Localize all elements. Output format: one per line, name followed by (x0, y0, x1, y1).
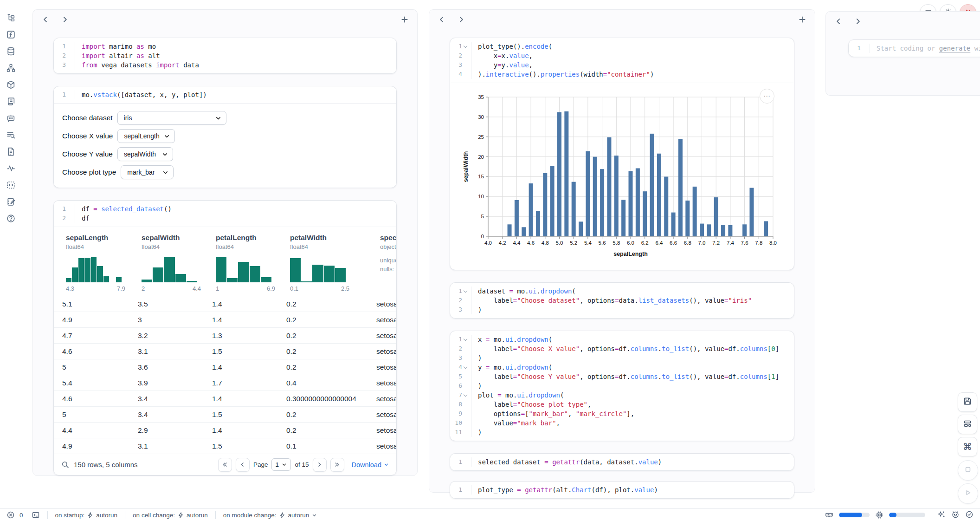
database-icon[interactable] (6, 46, 16, 56)
fold-chevron-icon[interactable] (464, 44, 467, 47)
code-editor[interactable]: 1x = mo.ui.dropdown(2 label="Choose X va… (450, 331, 794, 441)
code-line[interactable]: 3from vega_datasets import data (54, 60, 396, 70)
on-cell-change-toggle[interactable]: on cell change: autorun (133, 512, 208, 519)
last-page-button[interactable] (330, 458, 344, 472)
column-header-sepalWidth[interactable]: sepalWidthfloat6424.4 (129, 234, 204, 292)
help-icon[interactable] (6, 213, 16, 223)
run-button[interactable] (958, 483, 978, 504)
keyboard-shortcuts-button[interactable]: ⌘ (958, 437, 977, 456)
code-line[interactable]: 2 label="Choose X value", options=df.col… (450, 344, 794, 353)
functions-icon[interactable] (6, 29, 16, 39)
code-line[interactable]: 1selected_dataset = getattr(data, datase… (450, 457, 794, 467)
scratchpad-icon[interactable] (6, 196, 16, 207)
connection-status-button[interactable] (965, 511, 974, 519)
fold-chevron-icon[interactable] (464, 365, 467, 368)
fold-chevron-icon[interactable] (464, 288, 467, 292)
on-module-change-toggle[interactable]: on module change: autorun (223, 512, 317, 519)
page-select[interactable]: 1 (271, 458, 291, 471)
column-header-petalWidth[interactable]: petalWidthfloat640.12.5 (278, 234, 368, 292)
column-prev-icon[interactable] (834, 17, 843, 26)
chart-menu-button[interactable]: ⋯ (760, 89, 774, 104)
column-next-icon[interactable] (61, 15, 69, 24)
code-line[interactable]: 1plot_type = getattr(alt.Chart(df), plot… (450, 485, 794, 495)
chat-bot-icon[interactable] (6, 113, 16, 123)
fold-chevron-icon[interactable] (464, 337, 467, 340)
cell-vstack[interactable]: 1mo.vstack([dataset, x, y, plot]) Choose… (53, 86, 397, 188)
code-line[interactable]: 2import altair as alt (54, 51, 396, 60)
search-icon[interactable] (61, 461, 69, 469)
code-line[interactable]: 5 label="Choose Y value", options=df.col… (450, 372, 794, 381)
layout-button[interactable] (958, 415, 977, 434)
column-prev-icon[interactable] (41, 15, 50, 24)
column-prev-icon[interactable] (438, 15, 446, 24)
code-line[interactable]: 11) (450, 428, 794, 437)
cell-dataset-dropdown[interactable]: 1dataset = mo.ui.dropdown(2 label="Choos… (450, 282, 794, 319)
code-editor[interactable]: 1mo.vstack([dataset, x, y, plot]) (54, 86, 396, 103)
code-line[interactable]: 1plot_type().encode( (450, 42, 794, 51)
code-editor[interactable]: 1dataset = mo.ui.dropdown(2 label="Choos… (450, 283, 794, 318)
code-editor[interactable]: 1plot_type = getattr(alt.Chart(df), plot… (450, 482, 794, 498)
code-line[interactable]: 4).interactive().properties(width="conta… (450, 70, 794, 79)
code-line[interactable]: 3) (450, 305, 794, 314)
code-line[interactable]: 3) (450, 353, 794, 363)
code-line[interactable]: 10 value="mark_bar", (450, 418, 794, 428)
code-line[interactable]: 1dataset = mo.ui.dropdown( (450, 287, 794, 296)
cell-imports[interactable]: 1import marimo as mo2import altair as al… (53, 38, 397, 74)
cell-dataframe[interactable]: 1df = selected_dataset()2df sepalLengthf… (53, 200, 397, 475)
cell-chart[interactable]: 1plot_type().encode(2 x=x.value,3 y=y.va… (450, 38, 794, 270)
code-editor[interactable]: 1Start coding or generate with (849, 40, 980, 57)
terminal-button[interactable] (32, 511, 40, 519)
code-snippet-icon[interactable] (6, 180, 16, 190)
ai-assist-button[interactable] (937, 511, 946, 519)
code-line[interactable]: 1import marimo as mo (54, 42, 396, 51)
code-line[interactable]: 3 y=y.value, (450, 60, 794, 70)
errors-button[interactable] (6, 511, 15, 519)
document-icon[interactable] (6, 146, 16, 156)
log-search-icon[interactable] (6, 130, 16, 140)
code-line[interactable]: 6) (450, 381, 794, 391)
column-header-sepalLength[interactable]: sepalLengthfloat644.37.9 (54, 234, 129, 292)
code-line[interactable]: 1df = selected_dataset() (54, 204, 396, 214)
code-line[interactable]: 9 options=["mark_bar", "mark_circle"], (450, 409, 794, 418)
code-line[interactable]: 4y = mo.ui.dropdown( (450, 363, 794, 372)
code-line[interactable]: 1x = mo.ui.dropdown( (450, 335, 794, 344)
code-editor[interactable]: 1import marimo as mo2import altair as al… (54, 38, 396, 73)
cell-plot-type[interactable]: 1plot_type = getattr(alt.Chart(df), plot… (450, 481, 794, 499)
script-log-icon[interactable] (6, 96, 16, 106)
code-line[interactable]: 2 label="Choose dataset", options=data.l… (450, 296, 794, 305)
code-editor[interactable]: 1selected_dataset = getattr(data, datase… (450, 454, 794, 470)
download-button[interactable]: Download (352, 461, 389, 469)
dropdown-select-3[interactable]: sepalWidth (117, 147, 173, 161)
cell-selected-dataset[interactable]: 1selected_dataset = getattr(data, datase… (450, 453, 794, 471)
code-line[interactable]: 7plot = mo.ui.dropdown( (450, 391, 794, 400)
code-editor[interactable]: 1df = selected_dataset()2df (54, 201, 396, 227)
dropdown-select-1[interactable]: iris (117, 111, 226, 125)
dropdown-select-2[interactable]: sepalLength (117, 129, 175, 143)
next-page-button[interactable] (313, 458, 327, 472)
bot-button[interactable] (951, 511, 960, 519)
code-line[interactable]: 1mo.vstack([dataset, x, y, plot]) (54, 90, 396, 99)
stop-button[interactable] (958, 460, 978, 481)
prev-page-button[interactable] (236, 458, 250, 472)
code-line[interactable]: 8 label="Choose plot type", (450, 400, 794, 409)
column-header-petalLength[interactable]: petalLengthfloat6416.9 (204, 234, 278, 292)
package-icon[interactable] (6, 79, 16, 90)
code-editor[interactable]: 1plot_type().encode(2 x=x.value,3 y=y.va… (450, 38, 794, 83)
dropdown-select-4[interactable]: mark_bar (121, 165, 174, 179)
activity-icon[interactable] (6, 163, 16, 173)
column-header-species[interactable]: speciesobjectunique:nulls: (368, 234, 397, 292)
add-cell-icon[interactable] (400, 15, 409, 24)
column-next-icon[interactable] (854, 17, 862, 26)
on-startup-toggle[interactable]: on startup: autorun (55, 512, 118, 519)
file-tree-icon[interactable] (6, 13, 16, 23)
code-line[interactable]: 2 x=x.value, (450, 51, 794, 60)
column-next-icon[interactable] (457, 15, 465, 24)
first-page-button[interactable] (218, 458, 232, 472)
cell-empty-scratch[interactable]: 1Start coding or generate with (848, 39, 980, 57)
dependency-graph-icon[interactable] (6, 63, 16, 73)
save-button[interactable] (958, 392, 977, 412)
fold-chevron-icon[interactable] (464, 392, 467, 396)
add-cell-icon[interactable] (798, 15, 806, 24)
cell-xy-dropdowns[interactable]: 1x = mo.ui.dropdown(2 label="Choose X va… (450, 331, 794, 441)
code-line[interactable]: 1Start coding or generate with (849, 44, 980, 53)
